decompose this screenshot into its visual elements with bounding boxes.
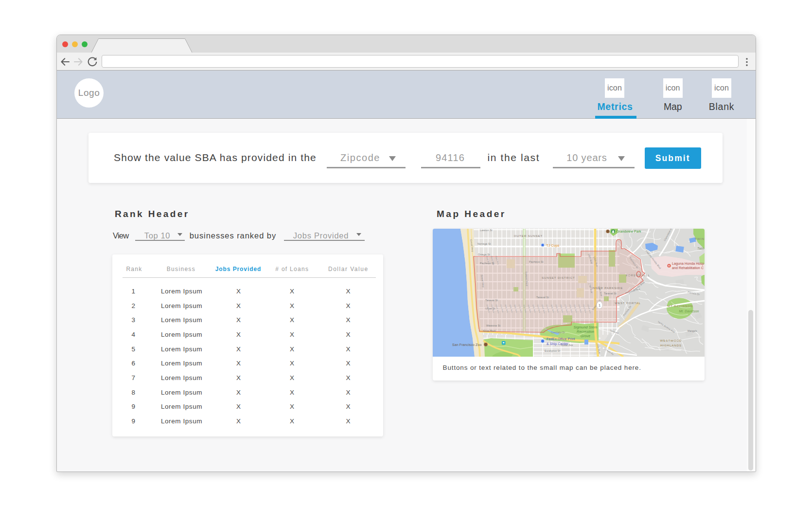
svg-text:Taraval St: Taraval St [536, 296, 549, 299]
svg-text:SUNSET DISTRICT: SUNSET DISTRICT [542, 276, 575, 279]
svg-text:Taraval St: Taraval St [485, 299, 498, 302]
svg-text:Laguna Honda Hosp: Laguna Honda Hosp [672, 261, 704, 265]
svg-text:HIGHLANDS: HIGHLANDS [660, 344, 682, 347]
svg-text:Grove: Grove [581, 334, 590, 338]
svg-text:Grandview Park: Grandview Park [617, 230, 642, 233]
svg-text:OUTER SUNSET: OUTER SUNSET [514, 234, 543, 237]
svg-text:H: H [668, 264, 670, 267]
svg-text:Wawona St: Wawona St [486, 324, 500, 327]
svg-text:Mt. Davidson: Mt. Davidson [679, 309, 699, 313]
svg-text:TWIN: TWIN [695, 237, 705, 240]
svg-text:1: 1 [599, 303, 600, 307]
svg-text:Pacheco St: Pacheco St [529, 260, 544, 263]
svg-text:FedEx Office Print: FedEx Office Print [547, 337, 575, 341]
svg-text:and Rehabilitation C: and Rehabilitation C [672, 266, 704, 270]
svg-text:FOREST HILL: FOREST HILL [626, 273, 650, 277]
svg-text:Eucalyptus Dr: Eucalyptus Dr [545, 349, 561, 352]
svg-text:Mangels: Mangels [688, 329, 697, 332]
svg-text:WEST PORTAL: WEST PORTAL [615, 301, 641, 305]
svg-text:WESTWOOD: WESTWOOD [660, 339, 682, 342]
svg-text:Crestlake Dr: Crestlake Dr [551, 331, 565, 334]
svg-text:Taraval St: Taraval St [604, 292, 617, 295]
svg-text:MT DAVIDSON: MT DAVIDSON [668, 304, 693, 308]
svg-text:Sunset Blvd: Sunset Blvd [525, 272, 529, 286]
svg-text:Twin: Twin [697, 247, 704, 250]
svg-text:Sigmund Stern: Sigmund Stern [574, 325, 598, 329]
svg-text:Sloat Blvd: Sloat Blvd [483, 329, 495, 332]
svg-text:Noriega St: Noriega St [477, 242, 491, 245]
svg-text:Recreation: Recreation [577, 329, 594, 334]
svg-text:& Ship Center: & Ship Center [547, 342, 568, 345]
svg-text:San Francisco Zoo: San Francisco Zoo [452, 343, 481, 346]
svg-text:TJ Cups: TJ Cups [547, 243, 560, 247]
svg-text:Lawton St: Lawton St [480, 229, 493, 232]
svg-text:INNER PARKSIDE: INNER PARKSIDE [592, 286, 623, 290]
